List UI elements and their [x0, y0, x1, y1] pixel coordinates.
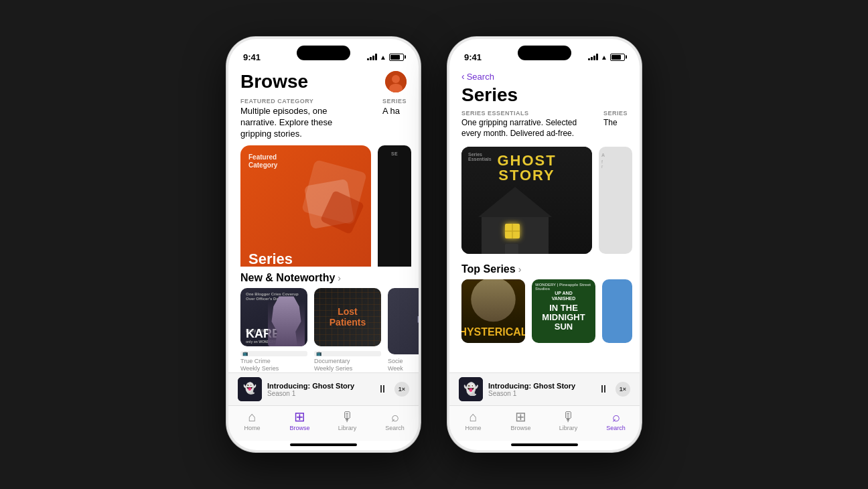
pause-button-left[interactable]: ⏸ [377, 383, 388, 395]
tab-library-label-right: Library [559, 425, 578, 431]
library-icon-left: 🎙 [341, 410, 354, 423]
tab-bar-left: ⌂ Home ⊞ Browse 🎙 Library ⌕ Search [228, 405, 419, 441]
karen-badge: 📺 [240, 351, 307, 356]
series-peek-card[interactable]: SE [378, 145, 411, 267]
vanished-thumb: WONDERY | Pineapple Street Studios UP AN… [532, 279, 595, 343]
podcast-thumb-lost: LostPatients [314, 288, 381, 346]
essentials-label: SERIES ESSENTIALS [461, 110, 590, 117]
series-desc-top: A ha [382, 106, 407, 117]
top-series-title: Top Series [461, 263, 516, 275]
now-playing-subtitle-right: Season 1 [488, 390, 593, 397]
wifi-icon-right: ▲ [601, 54, 607, 61]
podcast-thumb-third: 🎙 [388, 288, 419, 354]
tab-home-label-right: Home [465, 425, 481, 431]
series2-label: SERIES [603, 110, 628, 117]
scene: 9:41 ▲ [0, 0, 868, 489]
now-playing-left[interactable]: 👻 Introducing: Ghost Story Season 1 ⏸ 1× [228, 372, 419, 405]
back-label: Search [467, 72, 494, 82]
search-icon-right: ⌕ [612, 410, 620, 423]
featured-label: FEATURED CATEGORY [240, 98, 362, 104]
podcasts-row: One Blogger Cries CoverupOver Officer's … [228, 288, 419, 372]
lost-text: LostPatients [330, 307, 366, 328]
speed-button-right[interactable]: 1× [616, 382, 630, 397]
top-series-header: Top Series › [449, 258, 640, 279]
new-noteworthy-title: New & Noteworthy [240, 272, 335, 284]
essentials-cards-row: SeriesEssentials [449, 143, 640, 258]
featured-cards-row: FeaturedCategory Series SE [228, 140, 419, 267]
signal-icon-left [367, 54, 377, 60]
featured-card-title: Series [248, 251, 293, 267]
card-shapes [297, 159, 364, 239]
svg-text:👻: 👻 [243, 382, 257, 395]
karen-person [268, 296, 305, 346]
podcast-item-lost[interactable]: LostPatients 📺 Documentary Weekly Series [314, 288, 381, 372]
podcast-item-third[interactable]: 🎙 Socie Week [388, 288, 419, 372]
hysterical-thumb: HYSTERICAL [461, 279, 525, 343]
top-series-chevron[interactable]: › [518, 264, 522, 275]
tab-browse-label-left: Browse [289, 425, 309, 431]
lost-type: Weekly Series [314, 365, 381, 372]
svg-rect-10 [505, 244, 518, 254]
series-main-title: Series [461, 84, 628, 106]
now-playing-controls-left: ⏸ 1× [377, 382, 409, 397]
status-time-right: 9:41 [464, 52, 482, 62]
featured-category-card[interactable]: FeaturedCategory Series [240, 145, 371, 267]
featured-desc: Multiple episodes, one narrative. Explor… [240, 106, 362, 140]
tab-library-left[interactable]: 🎙 Library [323, 410, 371, 431]
tab-home-left[interactable]: ⌂ Home [228, 410, 276, 431]
pause-button-right[interactable]: ⏸ [598, 383, 609, 395]
right-phone: 9:41 ▲ [447, 37, 642, 452]
lost-badge: 📺 [314, 351, 381, 356]
now-playing-title-left: Introducing: Ghost Story [267, 382, 372, 390]
speed-button-left[interactable]: 1× [394, 382, 409, 397]
now-playing-title-right: Introducing: Ghost Story [488, 382, 593, 390]
tab-library-right[interactable]: 🎙 Library [545, 410, 592, 431]
podcast-item-karen[interactable]: One Blogger Cries CoverupOver Officer's … [240, 288, 307, 372]
left-phone: 9:41 ▲ [226, 37, 421, 452]
avatar-left[interactable] [385, 71, 407, 92]
second-card-peek: A f r [599, 147, 632, 254]
svg-text:👻: 👻 [463, 382, 479, 397]
tab-browse-right[interactable]: ⊞ Browse [497, 410, 545, 431]
now-playing-controls-right: ⏸ 1× [598, 382, 630, 397]
hysterical-card[interactable]: HYSTERICAL [461, 279, 525, 343]
tab-search-label-right: Search [606, 425, 626, 431]
svg-marker-6 [478, 187, 552, 217]
browse-icon-left: ⊞ [294, 410, 305, 423]
now-playing-right[interactable]: 👻 Introducing: Ghost Story Season 1 ⏸ 1× [449, 372, 640, 405]
home-bar-left [290, 443, 357, 446]
third-type: Week [388, 365, 419, 372]
now-playing-thumb-right: 👻 [459, 377, 483, 401]
new-noteworthy-header: New & Noteworthy › [228, 267, 419, 288]
tab-search-right[interactable]: ⌕ Search [592, 410, 640, 431]
dynamic-island-left [297, 46, 350, 60]
browse-icon-right: ⊞ [515, 410, 526, 423]
series-peek-label: SE [391, 151, 398, 157]
tab-home-right[interactable]: ⌂ Home [449, 410, 497, 431]
browse-title: Browse [240, 71, 308, 92]
wondery-label: WONDERY | Pineapple Street Studios [535, 283, 595, 291]
karen-genre: True Crime [240, 358, 307, 365]
home-icon-right: ⌂ [469, 410, 477, 423]
tab-browse-left[interactable]: ⊞ Browse [276, 410, 323, 431]
back-button[interactable]: ‹ Search [461, 71, 628, 82]
home-bar-right [511, 443, 578, 446]
featured-section: FEATURED CATEGORY Multiple episodes, one… [228, 98, 419, 140]
podcast-thumb-karen: One Blogger Cries CoverupOver Officer's … [240, 288, 307, 346]
ghost-story-card[interactable]: SeriesEssentials [461, 147, 592, 254]
new-noteworthy-chevron[interactable]: › [338, 273, 341, 283]
search-icon-left: ⌕ [391, 410, 399, 423]
hysterical-text: HYSTERICAL [461, 327, 525, 338]
now-playing-subtitle-left: Season 1 [267, 390, 372, 397]
third-series-card[interactable] [602, 279, 632, 343]
library-icon-right: 🎙 [562, 410, 575, 423]
dynamic-island-right [518, 46, 571, 60]
now-playing-info-right: Introducing: Ghost Story Season 1 [488, 382, 593, 397]
tab-search-left[interactable]: ⌕ Search [371, 410, 419, 431]
status-icons-left: ▲ [367, 54, 404, 61]
back-chevron-icon: ‹ [461, 71, 465, 82]
tab-browse-label-right: Browse [510, 425, 530, 431]
vanished-card[interactable]: WONDERY | Pineapple Street Studios UP AN… [532, 279, 595, 343]
third-genre: Socie [388, 358, 419, 365]
battery-right [610, 54, 625, 61]
